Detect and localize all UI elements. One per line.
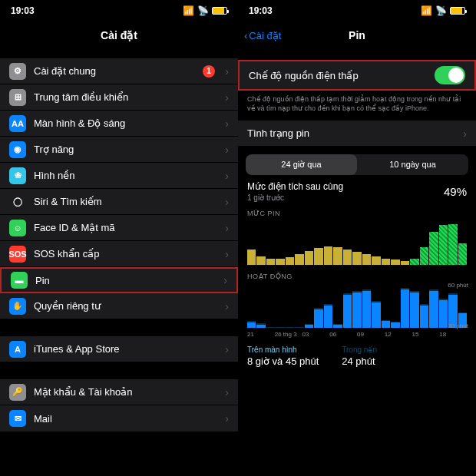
row-label: Mật khẩu & Tài khoản	[34, 386, 133, 398]
row-icon: ▬	[11, 272, 28, 289]
chevron-right-icon: ›	[225, 65, 229, 78]
low-power-description: Chế độ nguồn điện thấp tạm thời giảm hoạ…	[238, 91, 476, 121]
chevron-right-icon: ›	[225, 300, 229, 312]
chevron-right-icon: ›	[225, 386, 229, 398]
low-power-label: Chế độ nguồn điện thấp	[249, 70, 359, 81]
row-label: Cài đặt chung	[34, 65, 96, 77]
row-icon: ◯	[9, 193, 26, 210]
screen-on-value: 8 giờ và 45 phút	[247, 355, 319, 367]
row-label: Mail	[34, 413, 52, 425]
settings-row-itunes-app-store[interactable]: AiTunes & App Store›	[0, 336, 238, 362]
row-icon: ☺	[9, 220, 26, 236]
battery-health-row[interactable]: Tình trạng pin ›	[238, 121, 476, 147]
settings-screen: 19:03 📶 📡 Cài đặt ⚙Cài đặt chung1›⊞Trung…	[0, 0, 238, 476]
row-icon: ✉	[9, 410, 26, 427]
page-title: Pin	[349, 29, 365, 41]
screen-on-label: Trên màn hình	[247, 345, 319, 354]
low-power-mode-row[interactable]: Chế độ nguồn điện thấp	[238, 60, 476, 91]
signal-icon: 📶	[421, 5, 432, 16]
wifi-icon: 📡	[435, 5, 447, 16]
row-label: Hình nền	[34, 170, 75, 181]
notification-badge: 1	[203, 65, 215, 78]
status-bar: 19:03 📶 📡	[0, 0, 238, 21]
segment-10d[interactable]: 10 ngày qua	[357, 154, 468, 175]
chevron-right-icon: ›	[463, 127, 467, 140]
battery-screen: 19:03 📶 📡 ‹ Cài đặt Pin Chế độ nguồn điệ…	[238, 0, 476, 476]
chevron-right-icon: ›	[225, 170, 229, 182]
settings-row-face-id-m-t-m-[interactable]: ☺Face ID & Mật mã›	[0, 215, 238, 241]
battery-icon	[450, 7, 465, 15]
settings-row-m-n-h-nh-s-ng[interactable]: AAMàn hình & Độ sáng›	[0, 111, 238, 137]
row-label: Trung tâm điều khiển	[34, 91, 128, 103]
page-title: Cài đặt	[101, 29, 137, 41]
row-label: iTunes & App Store	[34, 343, 120, 355]
row-icon: ◉	[9, 141, 26, 158]
row-icon: A	[9, 341, 26, 358]
background-label: Trong nền	[342, 345, 377, 354]
status-bar: 19:03 📶 📡	[238, 0, 476, 21]
row-icon: 🔑	[9, 384, 26, 401]
status-time: 19:03	[249, 5, 273, 16]
chevron-right-icon: ›	[225, 196, 229, 208]
settings-row-c-i-t-chung[interactable]: ⚙Cài đặt chung1›	[0, 58, 238, 84]
chevron-right-icon: ›	[223, 274, 227, 286]
last-charge-time: 1 giờ trước	[247, 193, 343, 202]
settings-row-sos-kh-n-c-p[interactable]: SOSSOS khẩn cấp›	[0, 241, 238, 267]
row-label: SOS khẩn cấp	[34, 248, 99, 259]
row-icon: AA	[9, 115, 26, 132]
low-power-toggle[interactable]	[435, 66, 465, 84]
x-axis-labels: 2126 thg 3030609121518	[247, 331, 467, 338]
row-label: Siri & Tìm kiếm	[34, 196, 102, 207]
battery-health-label: Tình trạng pin	[247, 127, 309, 139]
back-button[interactable]: ‹ Cài đặt	[244, 30, 281, 41]
settings-row-pin[interactable]: ▬Pin›	[0, 267, 238, 293]
battery-icon	[212, 7, 227, 15]
chevron-right-icon: ›	[225, 343, 229, 355]
last-charge-label: Mức điện tích sau cùng	[247, 181, 343, 192]
row-label: Quyền riêng tư	[34, 300, 101, 312]
battery-level-heading: MỨC PIN	[247, 210, 467, 217]
row-icon: ⚙	[9, 63, 26, 80]
chevron-right-icon: ›	[225, 248, 229, 260]
settings-row-h-nh-n-n[interactable]: ❀Hình nền›	[0, 163, 238, 189]
header: Cài đặt	[0, 21, 238, 49]
chevron-right-icon: ›	[225, 144, 229, 156]
row-label: Face ID & Mật mã	[34, 222, 115, 233]
settings-row-trung-t-m-i-u-khi-n[interactable]: ⊞Trung tâm điều khiển›	[0, 84, 238, 111]
chevron-right-icon: ›	[225, 91, 229, 104]
activity-chart: 60 phút 30 phút	[247, 283, 467, 328]
battery-level-chart	[247, 220, 467, 265]
chevron-right-icon: ›	[225, 412, 229, 425]
row-icon: ⊞	[9, 89, 26, 106]
row-label: Trợ năng	[34, 144, 74, 155]
activity-heading: HOẠT ĐỘNG	[247, 273, 467, 280]
segment-24h[interactable]: 24 giờ qua	[246, 154, 357, 175]
time-range-segment[interactable]: 24 giờ qua 10 ngày qua	[246, 154, 468, 175]
chevron-right-icon: ›	[225, 117, 229, 130]
settings-row-m-t-kh-u-t-i-kho-n[interactable]: 🔑Mật khẩu & Tài khoản›	[0, 379, 238, 405]
row-label: Màn hình & Độ sáng	[34, 117, 125, 129]
chevron-right-icon: ›	[225, 222, 229, 234]
settings-row-mail[interactable]: ✉Mail›	[0, 405, 238, 431]
row-icon: SOS	[9, 246, 26, 263]
row-label: Pin	[35, 275, 50, 286]
settings-row-quy-n-ri-ng-t-[interactable]: ✋Quyền riêng tư›	[0, 293, 238, 319]
chevron-left-icon: ‹	[244, 30, 247, 41]
last-charge-pct: 49%	[444, 185, 467, 198]
signal-icon: 📶	[183, 5, 194, 16]
row-icon: ❀	[9, 167, 26, 184]
row-icon: ✋	[9, 298, 26, 315]
wifi-icon: 📡	[197, 5, 209, 16]
background-value: 24 phút	[342, 355, 377, 367]
settings-row-siri-t-m-ki-m[interactable]: ◯Siri & Tìm kiếm›	[0, 189, 238, 215]
settings-row-tr-n-ng[interactable]: ◉Trợ năng›	[0, 137, 238, 163]
header: ‹ Cài đặt Pin	[238, 21, 476, 49]
status-time: 19:03	[11, 5, 35, 16]
